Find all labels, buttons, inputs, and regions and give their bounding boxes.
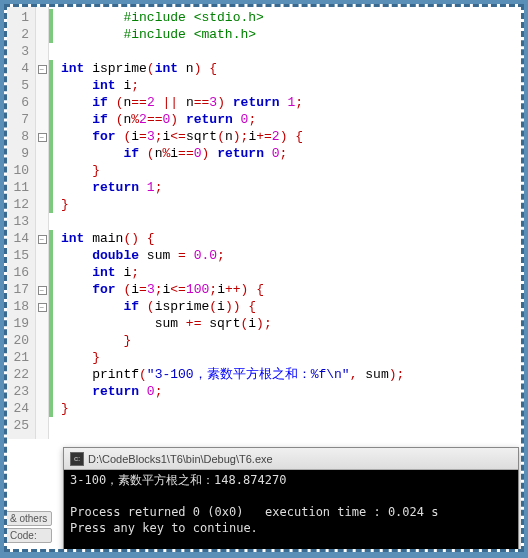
code-line[interactable]: [61, 213, 521, 230]
fold-cell: [36, 247, 48, 264]
fold-cell: [36, 264, 48, 281]
line-number: 20: [9, 332, 29, 349]
console-output: 3-100，素数平方根之和：148.874270 Process returne…: [64, 470, 518, 552]
fold-toggle-icon[interactable]: −: [38, 65, 47, 74]
line-number: 21: [9, 349, 29, 366]
console-window[interactable]: c: D:\CodeBlocks1\T6\bin\Debug\T6.exe 3-…: [63, 447, 519, 552]
console-icon: c:: [70, 452, 84, 466]
line-number: 4: [9, 60, 29, 77]
code-line[interactable]: if (n%i==0) return 0;: [61, 145, 521, 162]
code-line[interactable]: for (i=3;i<=100;i++) {: [61, 281, 521, 298]
code-line[interactable]: int i;: [61, 77, 521, 94]
line-number: 3: [9, 43, 29, 60]
code-line[interactable]: int i;: [61, 264, 521, 281]
fold-cell: [36, 400, 48, 417]
code-line[interactable]: if (n==2 || n==3) return 1;: [61, 94, 521, 111]
code-line[interactable]: int isprime(int n) {: [61, 60, 521, 77]
line-number: 2: [9, 26, 29, 43]
code-content[interactable]: #include <stdio.h> #include <math.h>int …: [53, 7, 521, 439]
line-number: 13: [9, 213, 29, 230]
line-number: 9: [9, 145, 29, 162]
line-number-gutter: 1234567891011121314151617181920212223242…: [7, 7, 35, 439]
fold-cell: [36, 77, 48, 94]
line-number: 11: [9, 179, 29, 196]
code-line[interactable]: sum += sqrt(i);: [61, 315, 521, 332]
fold-cell: [36, 9, 48, 26]
line-number: 7: [9, 111, 29, 128]
fold-cell: [36, 162, 48, 179]
code-line[interactable]: double sum = 0.0;: [61, 247, 521, 264]
code-line[interactable]: }: [61, 349, 521, 366]
fold-toggle-icon[interactable]: −: [38, 133, 47, 142]
fold-cell[interactable]: −: [36, 281, 48, 298]
code-line[interactable]: #include <stdio.h>: [61, 9, 521, 26]
line-number: 16: [9, 264, 29, 281]
code-line[interactable]: printf("3-100，素数平方根之和：%f\n", sum);: [61, 366, 521, 383]
code-line[interactable]: if (isprime(i)) {: [61, 298, 521, 315]
fold-column[interactable]: −−−−−: [35, 7, 49, 439]
line-number: 6: [9, 94, 29, 111]
line-number: 25: [9, 417, 29, 434]
line-number: 8: [9, 128, 29, 145]
fold-cell[interactable]: −: [36, 298, 48, 315]
fold-cell: [36, 26, 48, 43]
line-number: 19: [9, 315, 29, 332]
code-line[interactable]: [61, 417, 521, 434]
line-number: 24: [9, 400, 29, 417]
fold-cell: [36, 315, 48, 332]
tab-others[interactable]: & others: [5, 511, 52, 526]
code-line[interactable]: if (n%2==0) return 0;: [61, 111, 521, 128]
console-titlebar[interactable]: c: D:\CodeBlocks1\T6\bin\Debug\T6.exe: [64, 448, 518, 470]
code-editor[interactable]: 1234567891011121314151617181920212223242…: [7, 7, 521, 439]
code-line[interactable]: [61, 43, 521, 60]
fold-cell: [36, 213, 48, 230]
fold-cell: [36, 417, 48, 434]
tab-code[interactable]: Code:: [5, 528, 52, 543]
fold-cell[interactable]: −: [36, 128, 48, 145]
fold-cell: [36, 43, 48, 60]
fold-cell: [36, 349, 48, 366]
fold-cell: [36, 332, 48, 349]
line-number: 14: [9, 230, 29, 247]
fold-cell: [36, 179, 48, 196]
code-line[interactable]: for (i=3;i<=sqrt(n);i+=2) {: [61, 128, 521, 145]
fold-cell: [36, 383, 48, 400]
console-title-text: D:\CodeBlocks1\T6\bin\Debug\T6.exe: [88, 453, 273, 465]
code-line[interactable]: }: [61, 332, 521, 349]
fold-cell: [36, 145, 48, 162]
app-frame: 1234567891011121314151617181920212223242…: [4, 4, 524, 552]
line-number: 12: [9, 196, 29, 213]
fold-toggle-icon[interactable]: −: [38, 235, 47, 244]
line-number: 5: [9, 77, 29, 94]
line-number: 17: [9, 281, 29, 298]
fold-cell: [36, 196, 48, 213]
bottom-left-tabs: & others Code:: [5, 509, 52, 543]
line-number: 23: [9, 383, 29, 400]
line-number: 15: [9, 247, 29, 264]
fold-toggle-icon[interactable]: −: [38, 303, 47, 312]
line-number: 10: [9, 162, 29, 179]
line-number: 1: [9, 9, 29, 26]
code-line[interactable]: }: [61, 400, 521, 417]
code-line[interactable]: return 1;: [61, 179, 521, 196]
line-number: 22: [9, 366, 29, 383]
code-line[interactable]: int main() {: [61, 230, 521, 247]
code-line[interactable]: }: [61, 162, 521, 179]
code-line[interactable]: #include <math.h>: [61, 26, 521, 43]
fold-cell: [36, 94, 48, 111]
code-line[interactable]: }: [61, 196, 521, 213]
fold-cell[interactable]: −: [36, 230, 48, 247]
line-number: 18: [9, 298, 29, 315]
fold-toggle-icon[interactable]: −: [38, 286, 47, 295]
fold-cell[interactable]: −: [36, 60, 48, 77]
code-line[interactable]: return 0;: [61, 383, 521, 400]
fold-cell: [36, 366, 48, 383]
fold-cell: [36, 111, 48, 128]
